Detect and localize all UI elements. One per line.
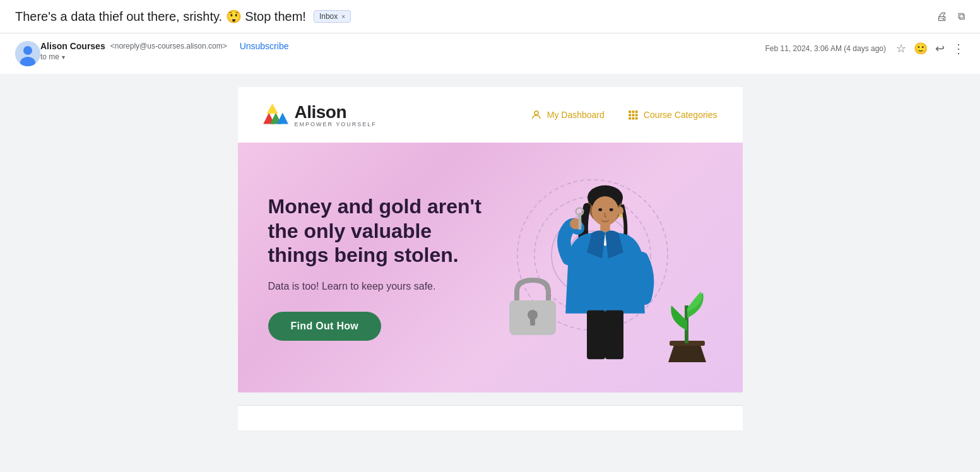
find-out-how-button[interactable]: Find Out How [268, 312, 382, 341]
svg-rect-12 [632, 114, 634, 117]
svg-rect-15 [632, 117, 634, 120]
course-categories-label: Course Categories [644, 110, 717, 120]
inbox-badge: Inbox × [314, 10, 351, 23]
logo-tagline: EMPOWER YOURSELF [295, 121, 377, 127]
email-body: Alison EMPOWER YOURSELF My Dashboard [0, 74, 980, 405]
email-actions: ☆ 🙂 ↩ ⋮ [896, 41, 965, 56]
svg-point-1 [23, 46, 32, 55]
course-categories-link[interactable]: Course Categories [627, 109, 717, 121]
new-window-icon[interactable]: ⧉ [958, 11, 965, 22]
svg-point-27 [609, 208, 613, 211]
avatar-svg [15, 41, 40, 66]
unsubscribe-link[interactable]: Unsubscribe [240, 41, 289, 51]
subject-icons: 🖨 ⧉ [936, 10, 965, 23]
my-dashboard-label: My Dashboard [547, 110, 605, 120]
subject-text: There's a data thief out there, srishty.… [15, 9, 306, 24]
svg-point-24 [617, 207, 623, 216]
svg-rect-16 [635, 117, 638, 120]
svg-rect-33 [605, 310, 623, 359]
logo-name: Alison [295, 102, 377, 122]
svg-rect-13 [635, 114, 638, 117]
email-content: Alison EMPOWER YOURSELF My Dashboard [238, 87, 743, 392]
svg-rect-14 [629, 117, 631, 120]
lock-illustration [504, 274, 561, 337]
nav-links: My Dashboard Course Categories [531, 109, 717, 121]
svg-point-7 [534, 111, 538, 115]
person-icon [531, 109, 542, 121]
svg-marker-5 [266, 103, 278, 114]
print-icon[interactable]: 🖨 [936, 10, 948, 23]
sender-name: Alison Courses [40, 41, 105, 51]
alison-logo: Alison EMPOWER YOURSELF [263, 102, 377, 127]
svg-rect-11 [629, 114, 631, 117]
email-header: Alison Courses <noreply@us-courses.aliso… [0, 33, 980, 74]
svg-rect-9 [632, 110, 634, 113]
hero-banner: Money and gold aren't the only valuable … [238, 143, 743, 392]
more-menu-icon[interactable]: ⋮ [952, 41, 965, 56]
svg-point-26 [598, 208, 602, 211]
inbox-badge-label: Inbox [319, 12, 338, 21]
svg-rect-10 [635, 110, 638, 113]
timestamp: Feb 11, 2024, 3:06 AM (4 days ago) [765, 44, 886, 53]
emoji-reaction-icon[interactable]: 🙂 [914, 42, 928, 56]
sender-info: Alison Courses <noreply@us-courses.aliso… [40, 41, 765, 61]
email-below-area [0, 405, 980, 456]
plant-illustration [662, 286, 712, 362]
avatar [15, 41, 40, 66]
star-icon[interactable]: ☆ [896, 42, 906, 56]
svg-point-25 [619, 214, 623, 218]
hero-text: Money and gold aren't the only valuable … [268, 194, 490, 341]
svg-rect-32 [587, 310, 605, 359]
alison-header: Alison EMPOWER YOURSELF My Dashboard [238, 87, 743, 143]
inbox-badge-close[interactable]: × [341, 13, 345, 20]
sender-email: <noreply@us-courses.alison.com> [110, 42, 227, 50]
logo-icon-svg [263, 103, 288, 126]
subject-bar: There's a data thief out there, srishty.… [0, 0, 980, 33]
svg-marker-6 [276, 112, 288, 124]
email-meta: Feb 11, 2024, 3:06 AM (4 days ago) ☆ 🙂 ↩… [765, 41, 965, 56]
hero-illustration [490, 173, 712, 362]
grid-icon [627, 109, 639, 121]
my-dashboard-link[interactable]: My Dashboard [531, 109, 605, 121]
svg-rect-8 [629, 110, 631, 113]
person-illustration [548, 179, 662, 362]
reply-icon[interactable]: ↩ [935, 42, 945, 56]
chevron-down-icon[interactable]: ▾ [62, 54, 65, 61]
logo-text-group: Alison EMPOWER YOURSELF [295, 102, 377, 127]
to-me: to me ▾ [40, 52, 765, 61]
svg-rect-36 [530, 317, 535, 326]
hero-subtext: Data is too! Learn to keep yours safe. [268, 280, 490, 293]
hero-headline: Money and gold aren't the only valuable … [268, 194, 490, 267]
